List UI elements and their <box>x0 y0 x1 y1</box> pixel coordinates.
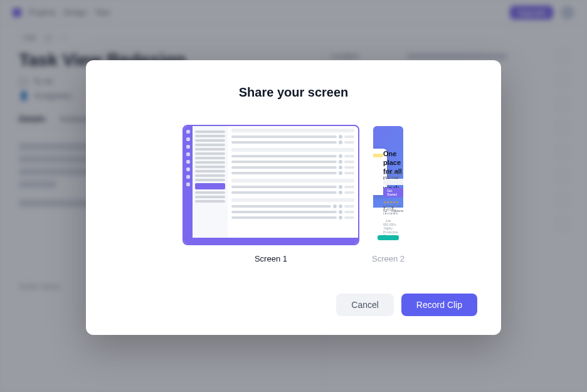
modal-actions: Cancel Record Clip <box>110 294 477 316</box>
screen-option-1[interactable]: Screen 1 <box>182 125 359 263</box>
share-screen-modal: Share your screen <box>86 60 501 335</box>
screen-option-2[interactable]: One place for all your work. Save one da… <box>372 125 405 263</box>
screen-2-thumbnail: One place for all your work. Save one da… <box>372 125 405 245</box>
modal-title: Share your screen <box>110 85 477 100</box>
screen-2-label: Screen 2 <box>372 254 405 263</box>
record-clip-button[interactable]: Record Clip <box>401 294 477 316</box>
screen-1-thumbnail <box>182 125 359 245</box>
screen-options: Screen 1 One place for all your work. Sa… <box>110 125 477 263</box>
screen-1-label: Screen 1 <box>255 254 287 263</box>
cancel-button[interactable]: Cancel <box>336 294 394 316</box>
